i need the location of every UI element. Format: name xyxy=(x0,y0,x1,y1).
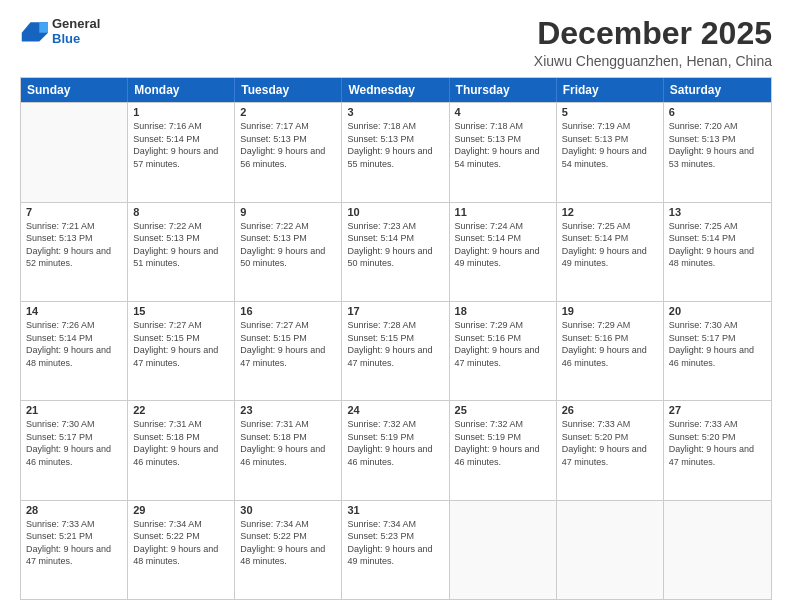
calendar-cell xyxy=(664,501,771,599)
day-number: 12 xyxy=(562,206,658,218)
day-number: 11 xyxy=(455,206,551,218)
calendar-cell: 10Sunrise: 7:23 AM Sunset: 5:14 PM Dayli… xyxy=(342,203,449,301)
day-info: Sunrise: 7:34 AM Sunset: 5:22 PM Dayligh… xyxy=(240,518,336,568)
calendar-cell: 30Sunrise: 7:34 AM Sunset: 5:22 PM Dayli… xyxy=(235,501,342,599)
day-number: 15 xyxy=(133,305,229,317)
location: Xiuwu Chengguanzhen, Henan, China xyxy=(534,53,772,69)
day-number: 29 xyxy=(133,504,229,516)
logo-blue: Blue xyxy=(52,31,100,46)
day-info: Sunrise: 7:22 AM Sunset: 5:13 PM Dayligh… xyxy=(240,220,336,270)
day-info: Sunrise: 7:16 AM Sunset: 5:14 PM Dayligh… xyxy=(133,120,229,170)
day-info: Sunrise: 7:22 AM Sunset: 5:13 PM Dayligh… xyxy=(133,220,229,270)
day-number: 8 xyxy=(133,206,229,218)
day-number: 9 xyxy=(240,206,336,218)
day-info: Sunrise: 7:18 AM Sunset: 5:13 PM Dayligh… xyxy=(347,120,443,170)
calendar-header-row: SundayMondayTuesdayWednesdayThursdayFrid… xyxy=(21,78,771,102)
calendar-cell: 18Sunrise: 7:29 AM Sunset: 5:16 PM Dayli… xyxy=(450,302,557,400)
calendar-cell xyxy=(450,501,557,599)
calendar-row: 14Sunrise: 7:26 AM Sunset: 5:14 PM Dayli… xyxy=(21,301,771,400)
calendar-row: 28Sunrise: 7:33 AM Sunset: 5:21 PM Dayli… xyxy=(21,500,771,599)
calendar-cell: 23Sunrise: 7:31 AM Sunset: 5:18 PM Dayli… xyxy=(235,401,342,499)
calendar-cell: 22Sunrise: 7:31 AM Sunset: 5:18 PM Dayli… xyxy=(128,401,235,499)
day-info: Sunrise: 7:25 AM Sunset: 5:14 PM Dayligh… xyxy=(669,220,766,270)
day-number: 27 xyxy=(669,404,766,416)
day-info: Sunrise: 7:33 AM Sunset: 5:20 PM Dayligh… xyxy=(669,418,766,468)
weekday-header: Sunday xyxy=(21,78,128,102)
calendar-cell: 5Sunrise: 7:19 AM Sunset: 5:13 PM Daylig… xyxy=(557,103,664,201)
logo-icon xyxy=(20,17,48,45)
day-info: Sunrise: 7:28 AM Sunset: 5:15 PM Dayligh… xyxy=(347,319,443,369)
day-info: Sunrise: 7:29 AM Sunset: 5:16 PM Dayligh… xyxy=(562,319,658,369)
day-info: Sunrise: 7:33 AM Sunset: 5:20 PM Dayligh… xyxy=(562,418,658,468)
day-info: Sunrise: 7:34 AM Sunset: 5:23 PM Dayligh… xyxy=(347,518,443,568)
day-info: Sunrise: 7:31 AM Sunset: 5:18 PM Dayligh… xyxy=(133,418,229,468)
header: General Blue December 2025 Xiuwu Chenggu… xyxy=(20,16,772,69)
day-number: 2 xyxy=(240,106,336,118)
day-info: Sunrise: 7:34 AM Sunset: 5:22 PM Dayligh… xyxy=(133,518,229,568)
day-info: Sunrise: 7:32 AM Sunset: 5:19 PM Dayligh… xyxy=(347,418,443,468)
calendar-cell: 12Sunrise: 7:25 AM Sunset: 5:14 PM Dayli… xyxy=(557,203,664,301)
weekday-header: Thursday xyxy=(450,78,557,102)
calendar-cell: 3Sunrise: 7:18 AM Sunset: 5:13 PM Daylig… xyxy=(342,103,449,201)
day-number: 17 xyxy=(347,305,443,317)
calendar-cell: 11Sunrise: 7:24 AM Sunset: 5:14 PM Dayli… xyxy=(450,203,557,301)
day-number: 16 xyxy=(240,305,336,317)
calendar-cell: 2Sunrise: 7:17 AM Sunset: 5:13 PM Daylig… xyxy=(235,103,342,201)
logo-text: General Blue xyxy=(52,16,100,46)
day-info: Sunrise: 7:20 AM Sunset: 5:13 PM Dayligh… xyxy=(669,120,766,170)
calendar-cell: 28Sunrise: 7:33 AM Sunset: 5:21 PM Dayli… xyxy=(21,501,128,599)
day-info: Sunrise: 7:33 AM Sunset: 5:21 PM Dayligh… xyxy=(26,518,122,568)
calendar-body: 1Sunrise: 7:16 AM Sunset: 5:14 PM Daylig… xyxy=(21,102,771,599)
day-number: 23 xyxy=(240,404,336,416)
calendar-cell: 26Sunrise: 7:33 AM Sunset: 5:20 PM Dayli… xyxy=(557,401,664,499)
weekday-header: Tuesday xyxy=(235,78,342,102)
calendar-cell: 4Sunrise: 7:18 AM Sunset: 5:13 PM Daylig… xyxy=(450,103,557,201)
day-number: 22 xyxy=(133,404,229,416)
calendar-cell: 27Sunrise: 7:33 AM Sunset: 5:20 PM Dayli… xyxy=(664,401,771,499)
day-number: 30 xyxy=(240,504,336,516)
calendar-cell: 14Sunrise: 7:26 AM Sunset: 5:14 PM Dayli… xyxy=(21,302,128,400)
calendar-cell: 6Sunrise: 7:20 AM Sunset: 5:13 PM Daylig… xyxy=(664,103,771,201)
calendar-row: 1Sunrise: 7:16 AM Sunset: 5:14 PM Daylig… xyxy=(21,102,771,201)
day-number: 10 xyxy=(347,206,443,218)
day-info: Sunrise: 7:21 AM Sunset: 5:13 PM Dayligh… xyxy=(26,220,122,270)
calendar-cell: 16Sunrise: 7:27 AM Sunset: 5:15 PM Dayli… xyxy=(235,302,342,400)
calendar-cell: 17Sunrise: 7:28 AM Sunset: 5:15 PM Dayli… xyxy=(342,302,449,400)
svg-marker-2 xyxy=(39,22,48,33)
day-info: Sunrise: 7:30 AM Sunset: 5:17 PM Dayligh… xyxy=(26,418,122,468)
day-number: 1 xyxy=(133,106,229,118)
logo: General Blue xyxy=(20,16,100,46)
day-number: 7 xyxy=(26,206,122,218)
month-year: December 2025 xyxy=(534,16,772,51)
calendar-row: 21Sunrise: 7:30 AM Sunset: 5:17 PM Dayli… xyxy=(21,400,771,499)
weekday-header: Saturday xyxy=(664,78,771,102)
calendar-cell: 24Sunrise: 7:32 AM Sunset: 5:19 PM Dayli… xyxy=(342,401,449,499)
day-number: 24 xyxy=(347,404,443,416)
day-number: 3 xyxy=(347,106,443,118)
day-info: Sunrise: 7:18 AM Sunset: 5:13 PM Dayligh… xyxy=(455,120,551,170)
day-number: 20 xyxy=(669,305,766,317)
day-number: 18 xyxy=(455,305,551,317)
calendar-cell: 8Sunrise: 7:22 AM Sunset: 5:13 PM Daylig… xyxy=(128,203,235,301)
title-block: December 2025 Xiuwu Chengguanzhen, Henan… xyxy=(534,16,772,69)
day-info: Sunrise: 7:19 AM Sunset: 5:13 PM Dayligh… xyxy=(562,120,658,170)
calendar-cell: 1Sunrise: 7:16 AM Sunset: 5:14 PM Daylig… xyxy=(128,103,235,201)
weekday-header: Friday xyxy=(557,78,664,102)
weekday-header: Monday xyxy=(128,78,235,102)
day-number: 4 xyxy=(455,106,551,118)
calendar-cell: 9Sunrise: 7:22 AM Sunset: 5:13 PM Daylig… xyxy=(235,203,342,301)
calendar-cell xyxy=(21,103,128,201)
day-info: Sunrise: 7:24 AM Sunset: 5:14 PM Dayligh… xyxy=(455,220,551,270)
day-info: Sunrise: 7:27 AM Sunset: 5:15 PM Dayligh… xyxy=(133,319,229,369)
calendar-cell: 31Sunrise: 7:34 AM Sunset: 5:23 PM Dayli… xyxy=(342,501,449,599)
day-number: 19 xyxy=(562,305,658,317)
calendar-cell xyxy=(557,501,664,599)
calendar-cell: 25Sunrise: 7:32 AM Sunset: 5:19 PM Dayli… xyxy=(450,401,557,499)
day-info: Sunrise: 7:29 AM Sunset: 5:16 PM Dayligh… xyxy=(455,319,551,369)
day-number: 6 xyxy=(669,106,766,118)
day-number: 5 xyxy=(562,106,658,118)
day-number: 14 xyxy=(26,305,122,317)
calendar-cell: 19Sunrise: 7:29 AM Sunset: 5:16 PM Dayli… xyxy=(557,302,664,400)
day-info: Sunrise: 7:17 AM Sunset: 5:13 PM Dayligh… xyxy=(240,120,336,170)
day-number: 21 xyxy=(26,404,122,416)
